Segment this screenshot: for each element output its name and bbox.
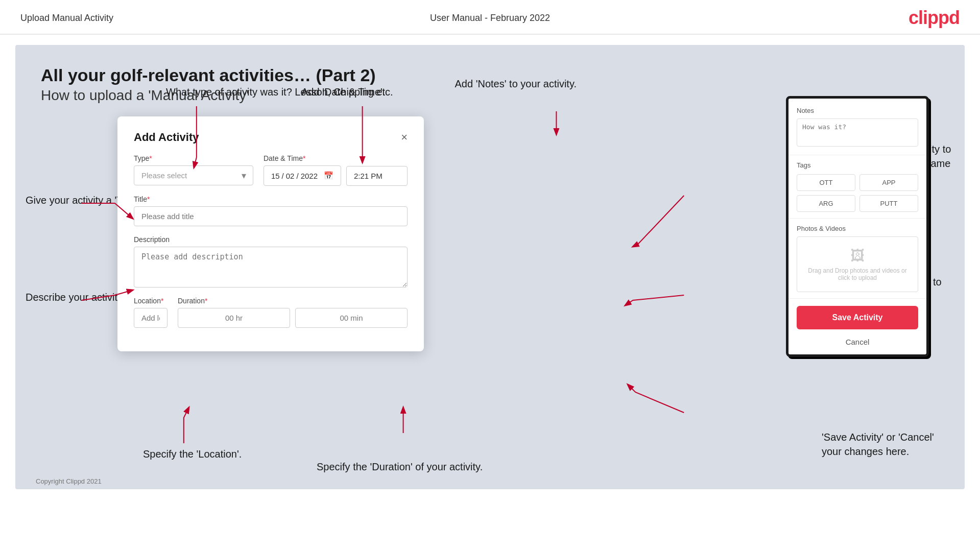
duration-inputs bbox=[178, 308, 408, 328]
phone-area: Notes Tags OTT APP ARG PUTT Photos & Vid… bbox=[786, 96, 939, 357]
annotation-date: Add 'Date & Time'. bbox=[301, 85, 385, 99]
notes-label: Notes bbox=[797, 107, 918, 114]
add-activity-modal: Add Activity × Type* Please select Date … bbox=[117, 116, 424, 351]
title-input[interactable] bbox=[134, 206, 408, 226]
type-select[interactable]: Please select bbox=[134, 165, 253, 185]
type-group: Type* Please select bbox=[134, 154, 253, 186]
duration-label: Duration* bbox=[178, 297, 408, 305]
save-activity-button[interactable]: Save Activity bbox=[797, 306, 918, 329]
duration-minutes[interactable] bbox=[295, 308, 408, 328]
tag-ott[interactable]: OTT bbox=[797, 174, 855, 191]
location-group: Location* bbox=[134, 297, 168, 328]
copyright: Copyright Clippd 2021 bbox=[36, 477, 102, 485]
title-group: Title* bbox=[134, 195, 408, 226]
modal-header: Add Activity × bbox=[134, 131, 408, 144]
date-day: 15 bbox=[271, 172, 280, 180]
type-date-row: Type* Please select Date & Time* 15 / 02 bbox=[134, 154, 408, 186]
tag-arg[interactable]: ARG bbox=[797, 195, 855, 212]
description-label: Description bbox=[134, 235, 408, 244]
photo-upload-text: Drag and Drop photos and videos or click… bbox=[802, 267, 913, 281]
phone-screen: Notes Tags OTT APP ARG PUTT Photos & Vid… bbox=[786, 96, 929, 357]
annotation-location: Specify the 'Location'. bbox=[143, 447, 242, 461]
tag-app[interactable]: APP bbox=[859, 174, 918, 191]
duration-group: Duration* bbox=[178, 297, 408, 328]
date-month: 02 bbox=[286, 172, 295, 180]
modal-close-button[interactable]: × bbox=[401, 131, 408, 144]
calendar-icon: 📅 bbox=[324, 171, 333, 180]
page-title: Upload Manual Activity bbox=[20, 13, 113, 23]
phone-inner: Notes Tags OTT APP ARG PUTT Photos & Vid… bbox=[788, 99, 926, 354]
type-label: Type* bbox=[134, 154, 253, 162]
annotation-save: 'Save Activity' or 'Cancel' your changes… bbox=[822, 430, 954, 459]
location-duration-row: Location* Duration* bbox=[134, 297, 408, 328]
notes-textarea[interactable] bbox=[797, 118, 918, 147]
description-textarea[interactable] bbox=[134, 247, 408, 288]
time-input[interactable] bbox=[346, 166, 408, 186]
tag-putt[interactable]: PUTT bbox=[859, 195, 918, 212]
logo: clippd bbox=[909, 7, 960, 29]
notes-section: Notes bbox=[788, 99, 926, 155]
tags-grid: OTT APP ARG PUTT bbox=[797, 174, 918, 212]
annotation-description: Describe your activity. bbox=[26, 290, 125, 304]
main-content: All your golf-relevant activities… (Part… bbox=[15, 45, 965, 489]
date-label: Date & Time* bbox=[264, 154, 408, 162]
location-input[interactable] bbox=[134, 308, 168, 328]
description-row: Description bbox=[134, 235, 408, 288]
type-select-wrapper: Please select bbox=[134, 165, 253, 185]
title-label: Title* bbox=[134, 195, 408, 203]
tags-section: Tags OTT APP ARG PUTT bbox=[788, 155, 926, 219]
top-bar: Upload Manual Activity User Manual - Feb… bbox=[0, 0, 980, 35]
cancel-button[interactable]: Cancel bbox=[788, 334, 926, 354]
photos-section: Photos & Videos 🖼 Drag and Drop photos a… bbox=[788, 219, 926, 299]
location-label: Location* bbox=[134, 297, 168, 305]
date-input[interactable]: 15 / 02 / 2022 📅 bbox=[264, 165, 341, 186]
annotation-notes: Add 'Notes' to your activity. bbox=[455, 77, 577, 91]
title-row: Title* bbox=[134, 195, 408, 226]
photo-upload-area[interactable]: 🖼 Drag and Drop photos and videos or cli… bbox=[797, 236, 918, 292]
manual-title: User Manual - February 2022 bbox=[430, 13, 550, 23]
description-group: Description bbox=[134, 235, 408, 288]
date-year: 2022 bbox=[301, 172, 318, 180]
tags-label: Tags bbox=[797, 161, 918, 169]
date-group: Date & Time* 15 / 02 / 2022 📅 bbox=[264, 154, 408, 186]
duration-hours[interactable] bbox=[178, 308, 290, 328]
annotation-duration: Specify the 'Duration' of your activity. bbox=[317, 460, 483, 474]
photos-label: Photos & Videos bbox=[797, 225, 918, 232]
modal-title: Add Activity bbox=[134, 131, 199, 144]
photo-icon: 🖼 bbox=[802, 247, 913, 264]
